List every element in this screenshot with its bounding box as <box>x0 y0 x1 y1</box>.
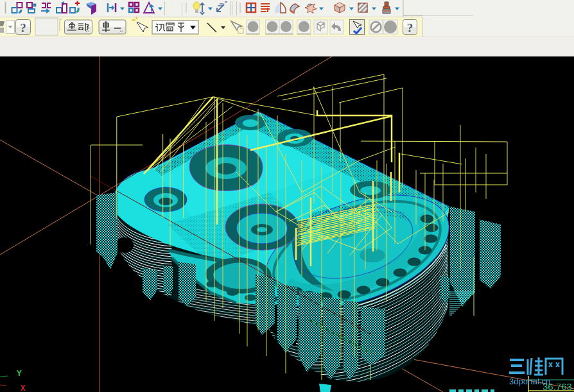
svg-text:36.763: 36.763 <box>543 381 572 392</box>
svg-text:?: ? <box>20 21 26 35</box>
svg-text:X: X <box>21 384 26 392</box>
svg-text:..: .. <box>119 26 123 33</box>
svg-text:?: ? <box>407 21 413 35</box>
svg-text:Y: Y <box>17 369 22 379</box>
svg-text:..: .. <box>85 26 89 33</box>
